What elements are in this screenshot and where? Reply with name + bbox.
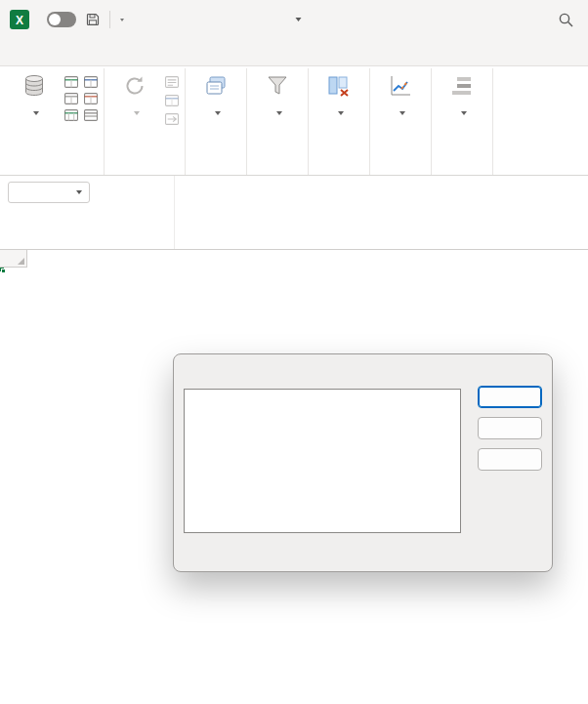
ribbon-group-outline bbox=[432, 68, 493, 175]
data-analysis-dialog bbox=[173, 353, 553, 572]
undo-icon[interactable] bbox=[119, 19, 124, 21]
fill-handle[interactable] bbox=[1, 269, 6, 273]
dropdown-caret-icon bbox=[399, 111, 405, 115]
formula-input[interactable] bbox=[174, 176, 588, 249]
ribbon-group-data-types bbox=[186, 68, 247, 175]
ribbon-tab-bar bbox=[0, 39, 588, 66]
ok-button[interactable] bbox=[478, 386, 542, 408]
data-source-icon[interactable] bbox=[83, 92, 99, 105]
connection-small-buttons bbox=[164, 70, 180, 126]
group-content bbox=[437, 70, 487, 159]
get-data-small-buttons bbox=[63, 70, 99, 122]
data-source-icon[interactable] bbox=[83, 75, 99, 89]
cancel-button[interactable] bbox=[478, 417, 542, 439]
data-source-icon[interactable] bbox=[63, 108, 79, 122]
button-label-line2 bbox=[273, 105, 282, 118]
dropdown-caret-icon bbox=[338, 111, 344, 115]
ribbon-group-get-transform bbox=[4, 68, 105, 175]
ribbon bbox=[0, 66, 588, 176]
connection-tool-icon[interactable] bbox=[164, 75, 180, 89]
group-content bbox=[314, 70, 364, 159]
search-icon[interactable] bbox=[558, 12, 574, 28]
refresh-all-button[interactable] bbox=[109, 70, 160, 118]
save-icon[interactable] bbox=[85, 12, 101, 27]
ribbon-group-forecast bbox=[370, 68, 432, 175]
column-header-row bbox=[0, 250, 588, 268]
group-content bbox=[252, 70, 303, 159]
dialog-buttons-column bbox=[478, 386, 542, 533]
titlebar: X bbox=[0, 0, 588, 39]
data-source-icon[interactable] bbox=[63, 92, 79, 105]
button-label-line2 bbox=[131, 105, 140, 118]
button-label-line2 bbox=[335, 105, 344, 118]
button-label-line2 bbox=[30, 105, 39, 118]
ribbon-group-sort-filter bbox=[247, 68, 309, 175]
button-label-line2 bbox=[212, 105, 221, 118]
connection-tool-icon[interactable] bbox=[164, 94, 180, 107]
excel-app-icon: X bbox=[10, 10, 29, 29]
svg-text:X: X bbox=[16, 14, 23, 27]
button-label-line2 bbox=[397, 105, 405, 118]
dropdown-caret-icon bbox=[215, 111, 221, 115]
data-tools-button[interactable] bbox=[314, 70, 364, 118]
data-source-icon[interactable] bbox=[83, 108, 99, 122]
formula-bar bbox=[0, 176, 588, 250]
select-all-corner[interactable] bbox=[0, 250, 27, 268]
ribbon-group-queries-connections bbox=[105, 68, 186, 175]
group-content bbox=[375, 70, 426, 159]
get-data-button[interactable] bbox=[9, 70, 60, 118]
ribbon-group-data-tools bbox=[309, 68, 370, 175]
titlebar-separator bbox=[109, 11, 110, 28]
group-content bbox=[109, 70, 180, 159]
database-icon bbox=[21, 73, 47, 104]
document-title-caret-icon bbox=[296, 18, 302, 21]
outline-button[interactable] bbox=[437, 70, 487, 118]
dialog-titlebar[interactable] bbox=[174, 354, 552, 382]
funnel-icon bbox=[265, 73, 290, 104]
data-source-icon[interactable] bbox=[63, 75, 79, 89]
group-content bbox=[190, 70, 241, 159]
help-button[interactable] bbox=[478, 448, 542, 471]
dialog-left-column bbox=[184, 386, 461, 533]
dropdown-caret-icon bbox=[276, 111, 282, 115]
name-box-caret-icon bbox=[76, 190, 82, 194]
outline-rows-icon bbox=[449, 73, 475, 104]
analysis-tools-listbox[interactable] bbox=[184, 389, 461, 533]
refresh-icon bbox=[122, 73, 147, 104]
autosave-toggle[interactable] bbox=[47, 12, 76, 27]
dropdown-caret-icon bbox=[33, 111, 39, 115]
cell-selection-border bbox=[0, 268, 4, 271]
forecast-chart-icon bbox=[388, 73, 413, 104]
dropdown-caret-icon bbox=[134, 111, 140, 115]
document-title[interactable] bbox=[287, 18, 302, 21]
name-box[interactable] bbox=[8, 182, 90, 203]
select-all-triangle bbox=[18, 258, 24, 265]
sort-filter-button[interactable] bbox=[252, 70, 303, 118]
forecast-button[interactable] bbox=[375, 70, 426, 118]
toggle-knob bbox=[49, 14, 61, 25]
data-tools-icon bbox=[326, 73, 352, 104]
connection-tool-icon[interactable] bbox=[164, 112, 180, 126]
button-label-line2 bbox=[458, 105, 467, 118]
dialog-body bbox=[174, 382, 552, 533]
group-content bbox=[9, 70, 99, 159]
dropdown-caret-icon bbox=[461, 111, 467, 115]
undo-caret-icon bbox=[120, 19, 124, 21]
data-type-button[interactable] bbox=[190, 70, 241, 118]
data-types-icon bbox=[203, 73, 229, 104]
